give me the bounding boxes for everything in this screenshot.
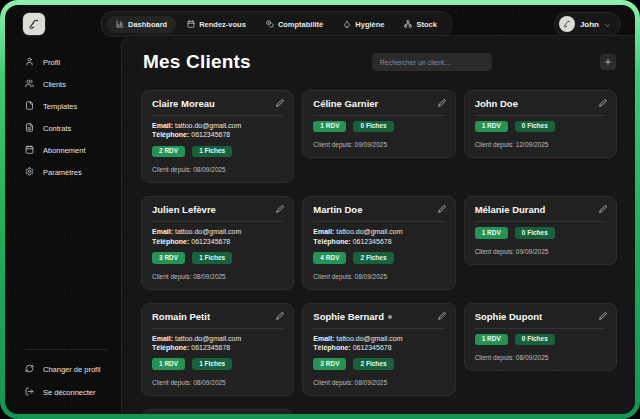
window-frame: Dashboard Rendez-vous Comptabilité Hygiè… bbox=[0, 0, 640, 419]
client-badges: 3 RDV 1 Fiches bbox=[152, 252, 283, 264]
rdv-badge: 1 RDV bbox=[152, 358, 185, 370]
card-divider bbox=[152, 328, 283, 329]
nav-tab-comptabilit-[interactable]: Comptabilité bbox=[257, 16, 332, 33]
app-logo bbox=[23, 13, 45, 35]
client-card: Romain Petit Email: tattoo.do@gmail.com … bbox=[141, 303, 294, 396]
sidebar-item-se-d-connecter[interactable]: Se déconnecter bbox=[25, 381, 107, 404]
rdv-badge: 3 RDV bbox=[152, 252, 185, 264]
client-name: Martin Doe bbox=[313, 205, 444, 216]
client-card: Sophie Dupont 1 RDV 0 Fiches Client depu… bbox=[464, 303, 617, 371]
sidebar-item-changer-de-profil[interactable]: Changer de profil bbox=[25, 358, 107, 381]
fiches-badge: 1 Fiches bbox=[192, 146, 232, 158]
rdv-badge: 4 RDV bbox=[313, 252, 346, 264]
add-client-button[interactable] bbox=[600, 54, 616, 70]
client-badges: 3 RDV 2 Fiches bbox=[313, 358, 444, 370]
edit-client-button[interactable] bbox=[438, 312, 446, 320]
client-since: Client depuis: 08/09/2025 bbox=[313, 379, 444, 386]
client-card: Céline Garnier 1 RDV 0 Fiches Client dep… bbox=[302, 90, 455, 158]
edit-client-button[interactable] bbox=[276, 205, 284, 213]
file-text-icon bbox=[25, 123, 34, 134]
client-name: Claire Moreau bbox=[152, 99, 283, 110]
client-badges: 4 RDV 2 Fiches bbox=[313, 252, 444, 264]
card-divider bbox=[313, 328, 444, 329]
client-since: Client depuis: 09/09/2025 bbox=[313, 141, 444, 148]
user-icon bbox=[25, 57, 34, 68]
gear-icon bbox=[25, 167, 34, 178]
sidebar-item-abonnement[interactable]: Abonnement bbox=[25, 139, 121, 161]
calendar-icon bbox=[187, 20, 195, 28]
client-contact: Email: tattoo.do@gmail.com Téléphone: 06… bbox=[152, 334, 283, 353]
card-divider bbox=[152, 221, 283, 222]
client-badges: 1 RDV 0 Fiches bbox=[475, 227, 606, 239]
top-navigation: Dashboard Rendez-vous Comptabilité Hygiè… bbox=[101, 11, 452, 37]
edit-client-button[interactable] bbox=[599, 205, 607, 213]
logo-glyph bbox=[27, 17, 41, 31]
user-name: John bbox=[580, 20, 599, 29]
nav-tab-label: Comptabilité bbox=[278, 20, 323, 29]
nav-tab-dashboard[interactable]: Dashboard bbox=[107, 16, 176, 33]
sidebar-item-profil[interactable]: Profil bbox=[25, 51, 121, 73]
client-name: John Doe bbox=[475, 99, 606, 110]
client-card: John Doe 1 RDV 0 Fiches Client depuis: 1… bbox=[464, 90, 617, 158]
client-card: Thomas Garnier Email: tattoo.do@gmail.co… bbox=[141, 409, 294, 414]
chevron-down-icon bbox=[604, 15, 611, 33]
sidebar-item-label: Clients bbox=[43, 80, 66, 89]
fiches-badge: 0 Fiches bbox=[515, 121, 555, 133]
sidebar-item-templates[interactable]: Templates bbox=[25, 95, 121, 117]
sidebar: Profil Clients Templates Contrats Abonne… bbox=[5, 43, 121, 414]
sidebar-item-clients[interactable]: Clients bbox=[25, 73, 121, 95]
sidebar-item-label: Profil bbox=[43, 58, 60, 67]
rdv-badge: 3 RDV bbox=[313, 358, 346, 370]
card-divider bbox=[475, 221, 606, 222]
edit-client-button[interactable] bbox=[438, 205, 446, 213]
card-divider bbox=[152, 115, 283, 116]
pencil-icon bbox=[438, 99, 446, 107]
nav-tab-label: Stock bbox=[416, 20, 436, 29]
edit-client-button[interactable] bbox=[276, 312, 284, 320]
rdv-badge: 1 RDV bbox=[475, 334, 508, 346]
client-card: Claire Moreau Email: tattoo.do@gmail.com… bbox=[141, 90, 294, 183]
client-card-grid: Claire Moreau Email: tattoo.do@gmail.com… bbox=[141, 90, 617, 414]
client-name: Sophie Bernard bbox=[313, 312, 444, 323]
sidebar-item-contrats[interactable]: Contrats bbox=[25, 117, 121, 139]
search-input[interactable] bbox=[372, 53, 492, 71]
client-badges: 1 RDV 0 Fiches bbox=[475, 121, 606, 133]
client-contact: Email: tattoo.do@gmail.com Téléphone: 06… bbox=[152, 121, 283, 140]
client-name: Julien Lefèvre bbox=[152, 205, 283, 216]
nav-tab-label: Dashboard bbox=[128, 20, 167, 29]
card-divider bbox=[313, 115, 444, 116]
rdv-badge: 1 RDV bbox=[475, 227, 508, 239]
client-badges: 1 RDV 0 Fiches bbox=[313, 121, 444, 133]
client-card: Mélanie Durand 1 RDV 0 Fiches Client dep… bbox=[464, 196, 617, 264]
file-icon bbox=[25, 101, 34, 112]
edit-client-button[interactable] bbox=[276, 99, 284, 107]
fiches-badge: 0 Fiches bbox=[515, 334, 555, 346]
client-name: Céline Garnier bbox=[313, 99, 444, 110]
plus-icon bbox=[604, 58, 612, 66]
card-divider bbox=[475, 328, 606, 329]
edit-client-button[interactable] bbox=[599, 312, 607, 320]
client-since: Client depuis: 08/09/2025 bbox=[152, 166, 283, 173]
edit-client-button[interactable] bbox=[438, 99, 446, 107]
sidebar-item-label: Abonnement bbox=[43, 146, 86, 155]
edit-client-button[interactable] bbox=[599, 99, 607, 107]
nav-tab-hygi-ne[interactable]: Hygiène bbox=[334, 16, 393, 33]
bar-chart-icon bbox=[116, 20, 124, 28]
nav-tab-rendez-vous[interactable]: Rendez-vous bbox=[178, 16, 255, 33]
client-since: Client depuis: 12/09/2025 bbox=[475, 141, 606, 148]
nav-tab-stock[interactable]: Stock bbox=[395, 16, 445, 33]
sidebar-item-label: Paramètres bbox=[43, 168, 82, 177]
coins-icon bbox=[266, 20, 274, 28]
user-avatar bbox=[559, 16, 575, 32]
sidebar-item-label: Contrats bbox=[43, 124, 71, 133]
client-contact: Email: tattoo.do@gmail.com Téléphone: 06… bbox=[152, 227, 283, 246]
pencil-icon bbox=[599, 205, 607, 213]
client-card: Julien Lefèvre Email: tattoo.do@gmail.co… bbox=[141, 196, 294, 289]
client-since: Client depuis: 08/09/2025 bbox=[152, 379, 283, 386]
users-icon bbox=[25, 79, 34, 90]
note-indicator-icon bbox=[388, 315, 392, 319]
pencil-icon bbox=[438, 312, 446, 320]
sidebar-item-param-tres[interactable]: Paramètres bbox=[25, 161, 121, 183]
client-card: Martin Doe Email: tattoo.do@gmail.com Té… bbox=[302, 196, 455, 289]
user-menu[interactable]: John bbox=[554, 12, 621, 36]
